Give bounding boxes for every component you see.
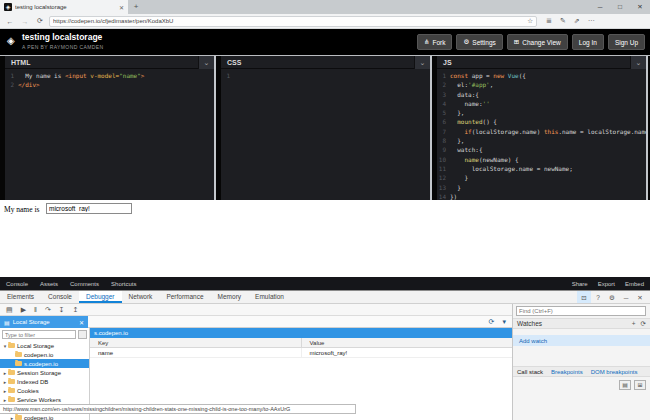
- code-editors: HTML ⌄ 1 My name is <input v-model="name…: [0, 55, 650, 200]
- tree-item-service-workers[interactable]: ▸Service Workers: [0, 395, 89, 404]
- code-line: 1: [221, 71, 430, 80]
- js-code-area[interactable]: 1const app = new Vue({2 el:'#app',3 data…: [437, 69, 646, 201]
- callstack-tab-bar: Call stackBreakpointsDOM breakpoints: [513, 366, 650, 377]
- tree-item-label: codepen.io: [24, 415, 53, 420]
- refresh-icon[interactable]: ⟳: [489, 318, 495, 326]
- tree-item-cookies[interactable]: ▸Cookies: [0, 386, 89, 395]
- line-number: 2: [437, 80, 450, 89]
- tab-call-stack[interactable]: Call stack: [517, 369, 543, 375]
- help-icon[interactable]: ?: [591, 291, 605, 303]
- table-row[interactable]: namemicrosoft_ray!: [90, 348, 512, 358]
- tree-item-s.codepen.io[interactable]: s.codepen.io: [0, 359, 89, 368]
- chevron-down-icon[interactable]: ⌄: [630, 56, 646, 69]
- js-panel-header: JS ⌄: [437, 56, 646, 69]
- refresh-watch-icon[interactable]: ⟳: [641, 320, 646, 328]
- tree-item-codepen.io[interactable]: ▸codepen.io: [0, 413, 89, 420]
- panel-title: HTML: [5, 59, 198, 66]
- tab-debugger[interactable]: Debugger: [79, 291, 122, 303]
- url-text: https://codepen.io/cfjedimaster/pen/Koda…: [53, 18, 527, 24]
- css-code-area[interactable]: 1: [221, 69, 430, 201]
- filter-icon[interactable]: ▾: [502, 318, 506, 326]
- name-input[interactable]: [46, 203, 132, 214]
- local-storage-file-tab[interactable]: ▤ Local Storage ✕: [0, 316, 88, 328]
- embed-button[interactable]: Embed: [625, 281, 644, 287]
- assets-button[interactable]: Assets: [40, 281, 58, 287]
- tree-item-codepen.io[interactable]: codepen.io: [0, 350, 89, 359]
- share-button[interactable]: Share: [572, 281, 588, 287]
- codepen-favicon: ◈: [4, 3, 12, 11]
- tab-console[interactable]: Console: [41, 291, 79, 303]
- export-button[interactable]: Export: [598, 281, 615, 287]
- settings-button[interactable]: ⚙Settings: [456, 34, 502, 50]
- continue-icon[interactable]: ▶: [21, 306, 26, 314]
- tree-item-session-storage[interactable]: ▸Session Storage: [0, 368, 89, 377]
- change-view-button[interactable]: ⊞Change View: [507, 34, 568, 50]
- pause-icon[interactable]: ‖: [34, 306, 37, 313]
- add-watch-icon[interactable]: +: [632, 320, 636, 328]
- tab-breakpoints[interactable]: Breakpoints: [551, 369, 583, 375]
- favorite-star-icon[interactable]: ☆: [527, 17, 533, 25]
- file-tab-label: Local Storage: [13, 319, 50, 325]
- refresh-icon[interactable]: ⟳: [34, 17, 46, 25]
- minimize-icon[interactable]: ─: [619, 291, 633, 303]
- share-icon[interactable]: ⇗: [574, 17, 580, 25]
- tab-network[interactable]: Network: [122, 291, 160, 303]
- log-in-button[interactable]: Log In: [572, 34, 604, 50]
- tab-close-icon[interactable]: ✕: [119, 4, 124, 11]
- dock-icon[interactable]: ⊡: [577, 291, 591, 303]
- shortcuts-button[interactable]: Shortcuts: [111, 281, 136, 287]
- close-button[interactable]: ✕: [630, 0, 650, 14]
- new-tab-button[interactable]: +: [128, 0, 144, 14]
- column-header-key: Key: [90, 338, 301, 347]
- tree-item-indexed-db[interactable]: ▸Indexed DB: [0, 377, 89, 386]
- back-icon[interactable]: ←: [4, 18, 16, 25]
- minimize-button[interactable]: ─: [590, 0, 610, 14]
- grid-icon[interactable]: ⊞: [634, 380, 646, 390]
- tree-item-label: Service Workers: [17, 397, 61, 403]
- browser-tab[interactable]: ◈ testing localstorage ✕: [0, 0, 128, 14]
- address-bar[interactable]: https://codepen.io/cfjedimaster/pen/Koda…: [49, 16, 537, 27]
- tab-performance[interactable]: Performance: [159, 291, 210, 303]
- find-input[interactable]: [516, 306, 646, 316]
- forward-icon[interactable]: →: [19, 18, 31, 25]
- tab-emulation[interactable]: Emulation: [248, 291, 291, 303]
- folder-icon: [8, 370, 15, 375]
- tab-dom-breakpoints[interactable]: DOM breakpoints: [591, 369, 638, 375]
- code-line: 1 My name is <input v-model="name">: [5, 71, 214, 80]
- notes-icon[interactable]: ✎: [560, 17, 566, 25]
- step-in-icon[interactable]: ↧: [59, 306, 65, 314]
- watches-header: Watches +⟳: [513, 318, 650, 329]
- page-icon[interactable]: ▤: [6, 306, 13, 314]
- console-button[interactable]: Console: [6, 281, 28, 287]
- filter-clear-button[interactable]: [78, 330, 87, 339]
- line-number: 2: [5, 80, 18, 89]
- line-number: 9: [437, 145, 450, 154]
- tab-elements[interactable]: Elements: [0, 291, 41, 303]
- sign-up-button[interactable]: Sign Up: [608, 34, 645, 50]
- codepen-logo-icon[interactable]: ◈: [7, 35, 15, 46]
- more-icon[interactable]: ⋯: [588, 17, 595, 25]
- add-watch-button[interactable]: Add watch: [513, 335, 650, 346]
- line-number: 1: [221, 71, 234, 80]
- tree-item-label: Cookies: [17, 388, 39, 394]
- html-code-area[interactable]: 1 My name is <input v-model="name">2</di…: [5, 69, 214, 201]
- close-icon[interactable]: ✕: [79, 319, 84, 326]
- watches-title: Watches: [517, 320, 542, 327]
- fork-button[interactable]: ⋔Fork: [417, 34, 452, 50]
- hub-icon[interactable]: ≣: [546, 17, 552, 25]
- tree-item-local-storage[interactable]: ▾Local Storage: [0, 341, 89, 350]
- folder-icon: [8, 397, 15, 402]
- close-icon[interactable]: ✕: [633, 291, 647, 303]
- gear-icon[interactable]: ⚙: [605, 291, 619, 303]
- chevron-down-icon[interactable]: ⌄: [414, 56, 430, 69]
- tab-memory[interactable]: Memory: [211, 291, 248, 303]
- chevron-down-icon[interactable]: ⌄: [198, 56, 214, 69]
- step-over-icon[interactable]: ↷: [45, 306, 51, 314]
- comments-button[interactable]: Comments: [70, 281, 99, 287]
- storage-domain-header[interactable]: s.codepen.io: [90, 328, 512, 338]
- maximize-button[interactable]: □: [610, 0, 630, 14]
- page-icon[interactable]: ▤: [619, 380, 631, 390]
- storage-rows: namemicrosoft_ray!: [90, 348, 512, 358]
- step-out-icon[interactable]: ↥: [73, 306, 79, 314]
- filter-input[interactable]: [2, 330, 76, 339]
